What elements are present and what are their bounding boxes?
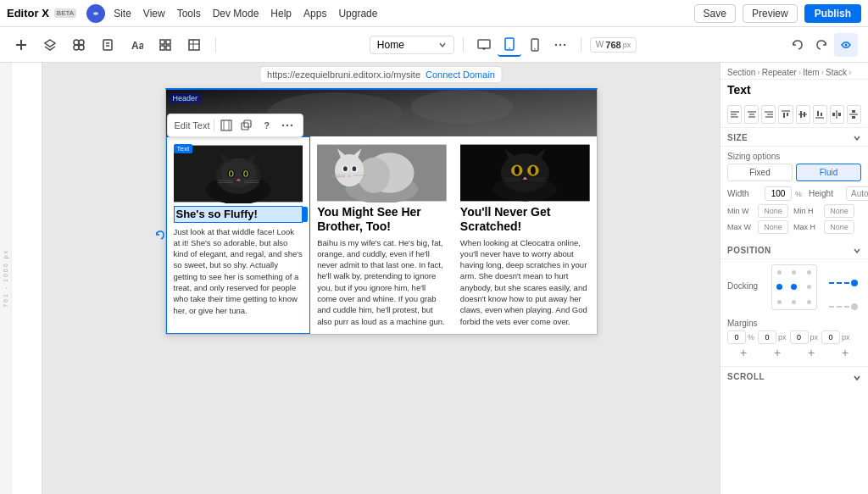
card-2-title: You Might See Her Brother, Too!	[317, 205, 447, 234]
connect-domain-link[interactable]: Connect Domain	[426, 69, 495, 80]
edit-text-label[interactable]: Edit Text	[175, 120, 210, 130]
transform-icon[interactable]	[218, 117, 235, 134]
margin-add-3[interactable]: +	[808, 346, 815, 359]
fixed-btn[interactable]: Fixed	[727, 164, 793, 181]
dock-mr[interactable]	[802, 280, 816, 294]
undo-button[interactable]	[787, 34, 809, 56]
width-unit-label: %	[795, 190, 802, 198]
min-h-input[interactable]	[824, 204, 854, 218]
width-w-label: W	[596, 40, 604, 49]
edit-text-toolbar: Edit Text ?	[167, 114, 303, 137]
svg-rect-107	[838, 113, 841, 116]
dock-mc[interactable]	[787, 280, 801, 294]
nav-view[interactable]: View	[143, 6, 165, 21]
add-icon[interactable]	[10, 34, 32, 56]
margin-add-2[interactable]: +	[774, 346, 781, 359]
distribute-h-btn[interactable]	[830, 105, 844, 124]
more-options-icon[interactable]	[279, 117, 296, 134]
preview-button[interactable]: Preview	[743, 4, 798, 23]
dock-ml[interactable]	[772, 280, 787, 294]
min-w-input[interactable]	[758, 204, 788, 218]
desktop-device-btn[interactable]	[472, 33, 496, 57]
card-3[interactable]: You'll Never Get Scratched! When looking…	[453, 136, 597, 334]
layers-icon[interactable]	[39, 34, 61, 56]
resize-handle-right[interactable]	[302, 207, 308, 222]
scroll-section-header[interactable]: SCROLL	[721, 366, 868, 386]
table-icon[interactable]	[183, 34, 205, 56]
toolbar-center: Home W 768 px	[370, 33, 637, 57]
margin-top-input[interactable]	[758, 330, 776, 344]
max-h-input[interactable]	[824, 220, 854, 234]
save-button[interactable]: Save	[694, 4, 736, 23]
toolbar-sep-3	[581, 37, 581, 53]
size-section-header[interactable]: SIZE	[721, 128, 868, 147]
breadcrumb-item[interactable]: Item	[803, 68, 819, 77]
page-selector[interactable]: Home	[370, 36, 454, 54]
height-auto: Auto	[846, 186, 868, 201]
ai-settings-btn[interactable]	[834, 33, 858, 57]
toolbar-sep-2	[463, 37, 464, 53]
margin-bottom-input[interactable]	[821, 330, 840, 344]
fluid-btn[interactable]: Fluid	[796, 164, 861, 181]
grid-icon[interactable]	[154, 34, 176, 56]
margin-right-input[interactable]	[790, 330, 809, 344]
margin-add-4[interactable]: +	[842, 346, 849, 359]
nav-site[interactable]: Site	[114, 6, 131, 21]
copy-icon[interactable]	[238, 117, 255, 134]
position-section-header[interactable]: POSITION	[721, 241, 868, 259]
position-chevron-icon	[853, 247, 861, 255]
pages-icon[interactable]	[97, 34, 119, 56]
size-chevron-icon	[853, 134, 861, 142]
scroll-chevron-icon	[853, 373, 861, 381]
sizing-options-label: Sizing options	[727, 152, 861, 161]
header-label: Header	[170, 93, 202, 103]
align-bottom-btn[interactable]	[813, 105, 827, 124]
card-1-title[interactable]: She's so Fluffy!	[174, 206, 303, 223]
width-input[interactable]	[765, 186, 792, 201]
more-device-btn[interactable]	[548, 33, 572, 57]
svg-rect-12	[160, 40, 164, 44]
components-icon[interactable]	[68, 34, 90, 56]
ruler-label: 761 - 1000 px	[3, 249, 8, 308]
align-top-btn[interactable]	[778, 105, 793, 124]
publish-button[interactable]: Publish	[804, 4, 861, 23]
docking-grid[interactable]	[771, 264, 817, 310]
docking-connectors	[829, 280, 858, 310]
dock-tl[interactable]	[772, 265, 787, 280]
svg-rect-13	[166, 40, 170, 44]
nav-devmode[interactable]: Dev Mode	[213, 6, 259, 21]
margin-left-input[interactable]	[727, 330, 746, 344]
dock-br[interactable]	[802, 295, 816, 309]
svg-rect-98	[787, 113, 788, 116]
breadcrumb-section[interactable]: Section	[727, 68, 755, 77]
svg-point-4	[74, 40, 79, 45]
align-right-btn[interactable]	[761, 105, 776, 124]
dock-tc[interactable]	[787, 265, 801, 280]
nav-tools[interactable]: Tools	[177, 6, 201, 21]
align-left-btn[interactable]	[727, 105, 742, 124]
align-center-btn[interactable]	[744, 105, 759, 124]
align-middle-btn[interactable]	[796, 105, 810, 124]
width-field-label: Width	[727, 189, 761, 198]
max-w-input[interactable]	[758, 220, 788, 234]
rotate-handle[interactable]	[155, 230, 165, 240]
mobile-device-btn[interactable]	[523, 33, 547, 57]
distribute-v-btn[interactable]	[847, 105, 861, 124]
card-2[interactable]: You Might See Her Brother, Too! Baihu is…	[310, 136, 453, 334]
dock-tr[interactable]	[802, 265, 816, 280]
breadcrumb-repeater[interactable]: Repeater	[762, 68, 797, 77]
card-1[interactable]: Text Edit Text ?	[166, 136, 311, 334]
margin-add-1[interactable]: +	[740, 346, 747, 359]
dock-bc[interactable]	[787, 295, 801, 309]
nav-apps[interactable]: Apps	[303, 6, 326, 21]
svg-point-6	[74, 45, 79, 50]
nav-help[interactable]: Help	[270, 6, 292, 21]
help-icon[interactable]: ?	[259, 117, 275, 134]
nav-upgrade[interactable]: Upgrade	[338, 6, 377, 21]
breadcrumb-stack[interactable]: Stack	[826, 68, 847, 77]
min-w-label: Min W	[727, 207, 756, 215]
redo-button[interactable]	[810, 34, 832, 56]
text-icon[interactable]: Aa	[125, 34, 147, 56]
tablet-device-btn[interactable]	[498, 33, 521, 57]
dock-bl[interactable]	[772, 295, 787, 309]
